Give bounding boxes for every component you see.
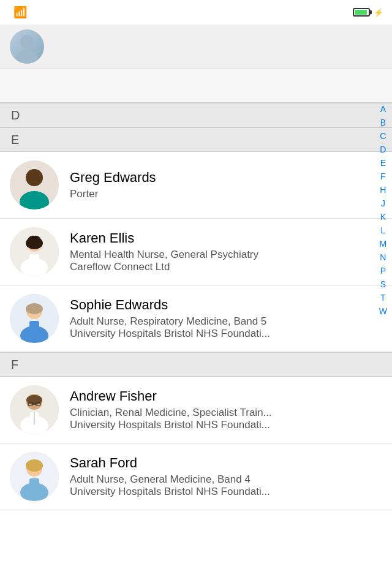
status-right: ⚡ (353, 8, 383, 17)
svg-rect-28 (29, 478, 39, 491)
contact-name: Karen Ellis (70, 230, 382, 246)
contact-name: Greg Edwards (70, 170, 382, 186)
contact-name: Sophie Edwards (70, 297, 382, 313)
alpha-letter-w[interactable]: W (377, 305, 390, 318)
contact-org: University Hospitals Bristol NHS Foundat… (70, 328, 382, 340)
avatar-sophie-edwards (10, 294, 59, 343)
svg-point-0 (20, 35, 34, 48)
contact-role: Mental Health Nurse, General Psychiatry (70, 249, 382, 261)
alpha-letter-m[interactable]: M (377, 238, 390, 251)
avatar-karen-ellis (10, 227, 59, 276)
alpha-letter-b[interactable]: B (378, 116, 388, 129)
contact-role: Porter (70, 188, 382, 200)
contact-role: Adult Nurse, Respiratory Medicine, Band … (70, 315, 382, 328)
section-letter: E (11, 133, 19, 147)
svg-point-12 (26, 303, 43, 314)
avatar-greg-edwards (10, 160, 59, 209)
alpha-letter-a[interactable]: A (378, 103, 388, 116)
contact-role: Clinician, Renal Medicine, Specialist Tr… (70, 407, 382, 419)
alpha-letter-k[interactable]: K (378, 211, 388, 224)
status-bar: 📶 ⚡ (0, 0, 392, 24)
section-header-e: E (0, 127, 392, 152)
alphabet-sidebar: ABCDEFHJKLMNPSTW (377, 103, 390, 318)
alpha-letter-t[interactable]: T (378, 292, 388, 304)
contact-info-sarah-ford: Sarah FordAdult Nurse, General Medicine,… (70, 455, 382, 498)
nav-bar (0, 69, 392, 103)
contact-info-andrew-fisher: Andrew FisherClinician, Renal Medicine, … (70, 388, 382, 431)
directory-list: DE Greg EdwardsPorter Karen EllisMental … (0, 103, 392, 510)
section-header-d: D (0, 103, 392, 127)
contact-org: University Hospitals Bristol NHS Foundat… (70, 486, 382, 498)
alpha-letter-p[interactable]: P (378, 265, 388, 277)
contact-row[interactable]: Sarah FordAdult Nurse, General Medicine,… (0, 443, 392, 510)
section-letter: D (11, 108, 20, 123)
alpha-letter-h[interactable]: H (377, 184, 388, 197)
alpha-letter-c[interactable]: C (377, 130, 388, 143)
svg-rect-9 (29, 254, 39, 266)
alpha-letter-s[interactable]: S (378, 278, 388, 291)
contact-row[interactable]: Andrew FisherClinician, Renal Medicine, … (0, 377, 392, 443)
contact-info-sophie-edwards: Sophie EdwardsAdult Nurse, Respiratory M… (70, 297, 382, 340)
section-letter: F (11, 358, 18, 372)
charging-bolt: ⚡ (374, 8, 383, 17)
contact-org: Careflow Connect Ltd (70, 261, 382, 273)
svg-point-1 (16, 50, 38, 64)
alpha-letter-j[interactable]: J (379, 197, 388, 210)
contact-role: Adult Nurse, General Medicine, Band 4 (70, 473, 382, 486)
svg-rect-14 (29, 321, 39, 334)
contact-info-greg-edwards: Greg EdwardsPorter (70, 170, 382, 200)
battery-icon (353, 8, 370, 17)
contact-name: Sarah Ford (70, 455, 382, 471)
wifi-icon: 📶 (13, 6, 27, 19)
svg-point-3 (26, 169, 43, 186)
contact-row[interactable]: Greg EdwardsPorter (0, 152, 392, 219)
status-left: 📶 (9, 6, 27, 19)
contact-org: University Hospitals Bristol NHS Foundat… (70, 419, 382, 431)
contact-name: Andrew Fisher (70, 388, 382, 404)
section-header-f: F (0, 352, 392, 377)
alpha-letter-d[interactable]: D (377, 143, 388, 156)
profile-avatar (10, 29, 44, 64)
contact-row[interactable]: Karen EllisMental Health Nurse, General … (0, 219, 392, 285)
alpha-letter-l[interactable]: L (378, 224, 388, 237)
alpha-letter-e[interactable]: E (378, 157, 388, 170)
avatar-andrew-fisher (10, 385, 59, 434)
alpha-letter-f[interactable]: F (378, 170, 388, 183)
svg-point-17 (26, 395, 42, 405)
avatar-sarah-ford (10, 452, 59, 501)
contact-info-karen-ellis: Karen EllisMental Health Nurse, General … (70, 230, 382, 273)
alpha-letter-n[interactable]: N (377, 251, 388, 264)
profile-banner (0, 24, 392, 69)
contact-row[interactable]: Sophie EdwardsAdult Nurse, Respiratory M… (0, 285, 392, 352)
